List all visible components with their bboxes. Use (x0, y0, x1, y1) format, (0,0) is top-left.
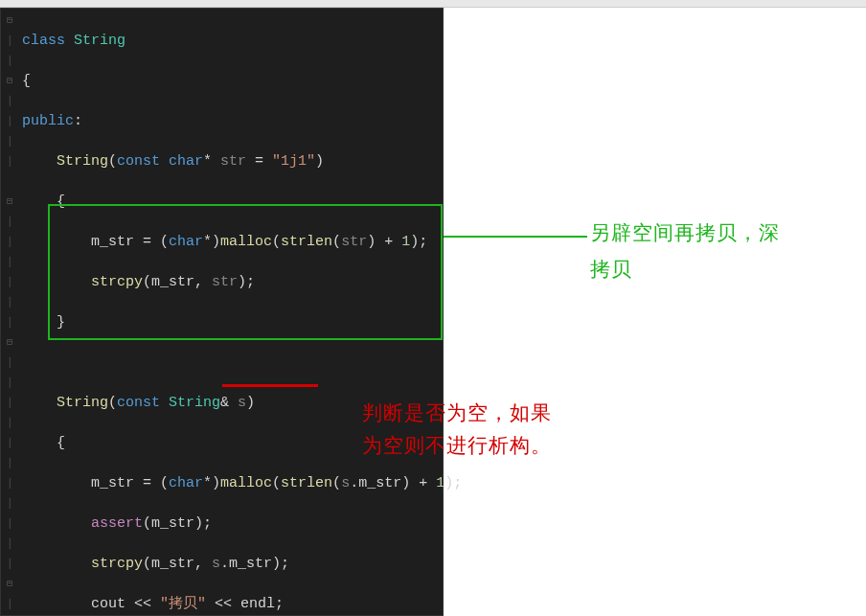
toolbar (0, 0, 866, 8)
annotation-green: 另辟空间再拷贝，深 拷贝 (590, 215, 780, 287)
fold-icon[interactable]: ⊟ (1, 574, 18, 594)
fold-icon[interactable]: ⊟ (1, 71, 18, 91)
annotation-text: 判断是否为空，如果 (362, 397, 552, 429)
callout-line-green (444, 236, 587, 238)
annotation-text: 为空则不进行析构。 (362, 429, 552, 462)
annotation-text: 拷贝 (590, 251, 780, 287)
fold-icon[interactable]: ⊟ (1, 332, 18, 353)
code-editor[interactable]: ⊟ │ │ ⊟ │ │ │ │ ⊟ │ │ │ │ │ │ ⊟ │ │ │ │ … (0, 8, 444, 616)
annotation-text: 另辟空间再拷贝，深 (590, 215, 780, 251)
underline-red (222, 384, 318, 387)
code-area[interactable]: class String { public: String(const char… (22, 11, 443, 616)
annotation-red: 判断是否为空，如果 为空则不进行析构。 (362, 397, 552, 462)
fold-icon[interactable]: ⊟ (1, 192, 18, 212)
fold-gutter: ⊟ │ │ ⊟ │ │ │ │ ⊟ │ │ │ │ │ │ ⊟ │ │ │ │ … (1, 11, 18, 616)
fold-icon[interactable]: ⊟ (1, 11, 18, 31)
